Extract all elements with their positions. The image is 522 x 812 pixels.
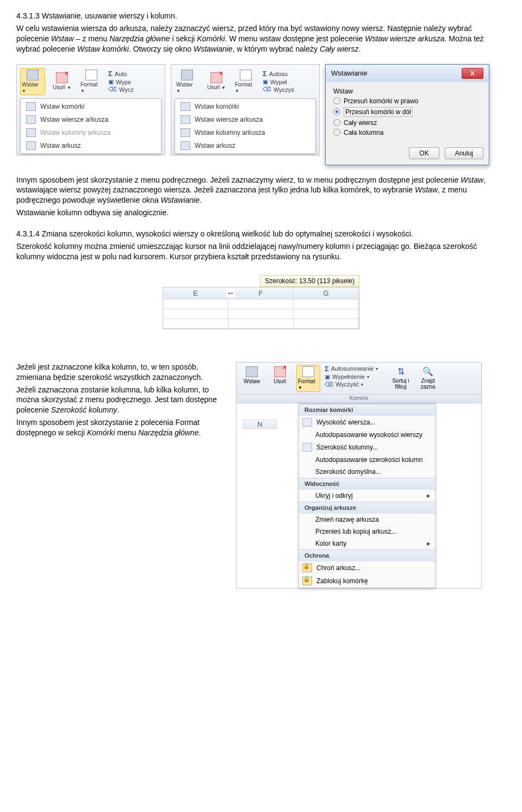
sheet-icon bbox=[26, 141, 36, 150]
radio-shift-down[interactable]: Przesuń komórki w dół bbox=[333, 107, 481, 117]
lbl: Usuń bbox=[274, 378, 286, 384]
format-button[interactable]: Format ▼ bbox=[79, 68, 104, 95]
lbl: Ukryj i odkryj bbox=[315, 492, 353, 499]
t: Wstawianie bbox=[160, 196, 200, 204]
lbl: Usuń bbox=[207, 84, 220, 90]
find-select-button[interactable]: 🔍Znajdzazna bbox=[416, 365, 440, 391]
ok-button[interactable]: OK bbox=[409, 147, 439, 159]
sigma-icon: Σ bbox=[108, 70, 113, 78]
lbl: Szerokość kolumny... bbox=[316, 444, 378, 451]
cancel-button[interactable]: Anuluj bbox=[445, 147, 483, 159]
lbl: Wysokość wiersza... bbox=[316, 419, 376, 426]
chevron-down-icon: ▼ bbox=[80, 89, 85, 93]
menu-autofit-rows[interactable]: Autodopasowanie wysokości wierszy bbox=[299, 429, 435, 441]
radio-shift-right[interactable]: Przesuń komórki w prawo bbox=[333, 97, 481, 105]
dd-wstaw-kolumny[interactable]: Wstaw kolumny arkusza bbox=[175, 126, 315, 139]
t: Wstaw bbox=[51, 34, 74, 43]
dd-wstaw-arkusz[interactable]: Wstaw arkusz bbox=[21, 139, 161, 152]
dd-wstaw-kolumny[interactable]: Wstaw kolumny arkusza bbox=[21, 126, 161, 139]
t: i sekcji bbox=[170, 34, 197, 43]
rows-icon bbox=[181, 115, 190, 124]
t: Szerokość kolumny bbox=[51, 405, 117, 414]
radio-icon bbox=[333, 129, 340, 136]
menu-hide-unhide[interactable]: Ukryj i odkryj▶ bbox=[299, 490, 435, 502]
chevron-down-icon: ▼ bbox=[235, 89, 239, 93]
lbl: Wstaw wiersze arkusza bbox=[40, 116, 108, 123]
wstaw-button[interactable]: Wstaw bbox=[240, 365, 264, 386]
col-F-header[interactable]: F bbox=[228, 288, 294, 299]
radio-icon bbox=[333, 97, 340, 104]
blank-icon bbox=[302, 468, 311, 476]
ribbon-strip: Wstaw Usuń Format ▼ ΣAutosumowanie ▾ ▣Wy… bbox=[237, 363, 481, 395]
usun-button[interactable]: Usuń bbox=[268, 365, 292, 386]
menu-protect-sheet[interactable]: Chroń arkusz... bbox=[299, 561, 435, 574]
clear-item[interactable]: ⌫Wyczyść ▾ bbox=[325, 381, 384, 388]
menu-lock-cell[interactable]: Zablokuj komórkę bbox=[299, 574, 435, 588]
lbl: Cała kolumna bbox=[344, 129, 383, 136]
col-E-header[interactable]: E bbox=[163, 288, 228, 299]
section-komorki-label: Komórk bbox=[237, 395, 481, 403]
sheet-icon bbox=[181, 141, 190, 150]
lbl: Wstaw kolumny arkusza bbox=[40, 129, 110, 136]
cols-icon bbox=[26, 128, 36, 137]
usun-button[interactable]: Usuń ▼ bbox=[204, 71, 229, 92]
dd-wstaw-arkusz[interactable]: Wstaw arkusz bbox=[175, 139, 315, 152]
side-list: ΣAutosu ▣Wypeł ⌫Wyczyś bbox=[263, 70, 316, 93]
sort-filter-button[interactable]: ⇅Sortuj ifiltruj bbox=[389, 365, 413, 391]
menu-section-rozmiar: Rozmiar komórki bbox=[299, 404, 435, 416]
wstaw-button[interactable]: Wstaw ▼ bbox=[20, 68, 45, 95]
format-button[interactable]: Format ▼ bbox=[296, 365, 320, 392]
menu-autofit-cols[interactable]: Autodopasowanie szerokości kolumn bbox=[299, 454, 435, 466]
format-button[interactable]: Format ▼ bbox=[233, 68, 258, 95]
lock-icon bbox=[302, 564, 312, 572]
t: Komórki bbox=[197, 34, 225, 43]
delete-icon bbox=[274, 366, 286, 377]
t: . Otworzy się okno bbox=[129, 45, 194, 53]
lbl: Format bbox=[235, 82, 252, 88]
column-width-figure: Szerokość: 13,50 (113 piksele) E F G bbox=[163, 271, 359, 329]
dd-wstaw-wiersze[interactable]: Wstaw wiersze arkusza bbox=[21, 113, 161, 126]
t: Cały wiersz bbox=[320, 45, 359, 53]
t: , w którym wybrać należy bbox=[233, 45, 320, 53]
menu-tab-color[interactable]: Kolor karty▶ bbox=[299, 538, 435, 549]
lbl: Wyczyść bbox=[335, 381, 359, 388]
dialog-titlebar: Wstawianie X bbox=[326, 65, 489, 82]
submenu-arrow-icon: ▶ bbox=[427, 493, 431, 498]
menu-row-height[interactable]: Wysokość wiersza... bbox=[299, 416, 435, 429]
menu-default-width[interactable]: Szerokość domyślna... bbox=[299, 466, 435, 478]
paragraph-4: Szerokość kolumny można zmienić umieszcz… bbox=[16, 241, 506, 262]
t: . bbox=[117, 405, 119, 414]
close-icon: X bbox=[470, 70, 474, 77]
col-width-icon bbox=[302, 443, 312, 452]
lbl: Autosumowanie bbox=[331, 365, 374, 372]
wstaw-button[interactable]: Wstaw ▼ bbox=[175, 68, 200, 95]
chevron-down-icon: ▾ bbox=[376, 366, 378, 371]
lock-icon bbox=[302, 577, 312, 585]
chevron-down-icon: ▼ bbox=[176, 89, 181, 93]
fill-item[interactable]: ▣Wypełnienie ▾ bbox=[325, 373, 384, 380]
t: – z menu bbox=[74, 34, 109, 43]
close-button[interactable]: X bbox=[462, 68, 483, 79]
radio-entire-col[interactable]: Cała kolumna bbox=[333, 129, 481, 136]
format-icon bbox=[302, 366, 314, 377]
blank-icon bbox=[302, 431, 311, 439]
col-G-header[interactable]: G bbox=[294, 288, 359, 299]
autosum-item[interactable]: ΣAutosumowanie ▾ bbox=[325, 365, 384, 373]
figure-row-1: Wstaw ▼ Usuń ▼ Format ▼ ΣAuto ▣Wype ⌫Wyc… bbox=[16, 64, 506, 165]
chevron-down-icon: ▼ bbox=[221, 85, 226, 90]
lbl: Kolor karty bbox=[315, 540, 346, 547]
dd-wstaw-komorki[interactable]: Wstaw komórki bbox=[21, 100, 161, 113]
menu-col-width[interactable]: Szerokość kolumny... bbox=[299, 441, 435, 454]
usun-button[interactable]: Usuń ▼ bbox=[49, 71, 74, 92]
radio-entire-row[interactable]: Cały wiersz bbox=[333, 119, 481, 127]
menu-move-copy-sheet[interactable]: Przenieś lub kopiuj arkusz... bbox=[299, 526, 435, 538]
lbl: Wypełnienie bbox=[332, 373, 365, 380]
dd-wstaw-wiersze[interactable]: Wstaw wiersze arkusza bbox=[175, 113, 315, 126]
dd-wstaw-komorki[interactable]: Wstaw komórki bbox=[175, 100, 315, 113]
col-N-header[interactable]: N bbox=[243, 420, 277, 429]
cells-icon bbox=[181, 102, 190, 111]
cells-icon bbox=[26, 102, 36, 111]
lbl: Wstaw bbox=[176, 82, 192, 88]
menu-rename-sheet[interactable]: Zmień nazwę arkusza bbox=[299, 514, 435, 526]
delete-icon bbox=[56, 72, 68, 83]
